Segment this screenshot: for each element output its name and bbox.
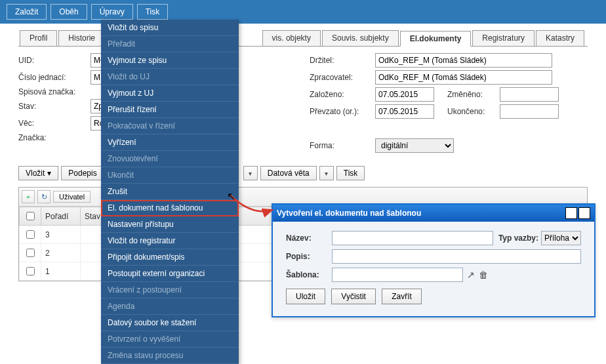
menu-item-10[interactable]: Zrušit xyxy=(101,184,239,200)
col-poradi[interactable]: Pořadí xyxy=(41,207,81,226)
tab-profil[interactable]: Profil xyxy=(20,30,57,46)
drzitel-label: Držitel: xyxy=(303,56,375,65)
menu-item-17: Agenda xyxy=(101,298,239,315)
menu-item-16: Vrácení z postoupení xyxy=(101,282,239,298)
menu-item-3: Vložit do UJ xyxy=(101,69,239,85)
menu-item-18[interactable]: Datový soubor ke stažení xyxy=(101,315,239,331)
menu-item-14[interactable]: Připojit dokument/spis xyxy=(101,249,239,266)
zpracovatel-field xyxy=(375,70,552,85)
row-check[interactable] xyxy=(26,230,35,239)
grid-add-icon[interactable]: + xyxy=(22,190,35,203)
nazev-field[interactable] xyxy=(332,231,493,245)
sablona-popout-icon[interactable]: ↗ xyxy=(467,270,475,280)
menu-item-2[interactable]: Vyjmout ze spisu xyxy=(101,52,239,69)
tab-vis-objekty[interactable]: vis. objekty xyxy=(262,30,321,46)
menu-item-5[interactable]: Přerušit řízení xyxy=(101,102,239,118)
podepis-button[interactable]: Podepis xyxy=(61,166,104,180)
small-action-2[interactable]: ▾ xyxy=(319,166,334,180)
prevzato-field xyxy=(375,104,434,119)
menu-item-13[interactable]: Vložit do registratur xyxy=(101,233,239,249)
typ-label: Typ vazby: xyxy=(498,233,538,243)
chevron-down-icon: ▾ xyxy=(47,169,51,178)
dialog-vycistit-button[interactable]: Vyčistit xyxy=(331,289,376,304)
dialog-popout-icon[interactable]: ↗ xyxy=(565,207,577,219)
menu-item-11[interactable]: El. dokument nad šablonou xyxy=(101,200,239,216)
toolbar-upravy[interactable]: Úpravy xyxy=(91,4,133,20)
cislojed-label: Číslo jednací: xyxy=(18,73,91,82)
tab-souvis-subjekty[interactable]: Souvis. subjekty xyxy=(322,30,399,46)
toolbar-zalozit[interactable]: Založit xyxy=(7,4,47,20)
sablona-label: Šablona: xyxy=(286,270,332,279)
vec-label: Věc: xyxy=(18,119,91,128)
toolbar-tisk[interactable]: Tisk xyxy=(137,4,169,20)
grid-refresh-icon[interactable]: ↻ xyxy=(37,190,51,203)
cell-poradi: 3 xyxy=(41,226,81,244)
menu-item-7[interactable]: Vyřízení xyxy=(101,134,239,151)
ukonceno-label: Ukončeno: xyxy=(447,107,500,116)
menu-item-19: Potvrzení o vyvěšení xyxy=(101,331,239,348)
upravy-dropdown: Vložit do spisuPřeřaditVyjmout ze spisuV… xyxy=(101,20,239,364)
tab-registratury[interactable]: Registratury xyxy=(472,30,535,46)
small-action-1[interactable]: ▾ xyxy=(243,166,258,180)
zmeneno-label: Změněno: xyxy=(447,90,500,99)
tab-historie[interactable]: Historie xyxy=(58,30,105,46)
uid-label: UID: xyxy=(18,56,91,65)
toolbar-obeh[interactable]: Oběh xyxy=(51,4,87,20)
dialog-close-icon[interactable]: ✕ xyxy=(578,207,590,219)
row-check[interactable] xyxy=(26,249,35,257)
menu-item-12[interactable]: Nastavení přístupu xyxy=(101,216,239,233)
prevzato-label: Převzato (or.): xyxy=(303,107,375,116)
cell-poradi: 2 xyxy=(41,244,81,262)
forma-label: Forma: xyxy=(303,141,375,150)
stav-label: Stav: xyxy=(18,102,91,111)
create-eldoc-dialog: Vytvoření el. dokumentu nad šablonou ↗ ✕… xyxy=(272,203,596,317)
menu-item-1: Přeřadit xyxy=(101,36,239,52)
forma-select[interactable]: digitální xyxy=(375,138,454,153)
tab-eldokumenty[interactable]: El.dokumenty xyxy=(400,31,472,47)
sablona-field[interactable] xyxy=(332,268,463,282)
drzitel-field xyxy=(375,53,552,68)
datova-veta-button[interactable]: Datová věta xyxy=(260,166,317,180)
dialog-ulozit-button[interactable]: Uložit xyxy=(286,289,325,304)
mouse-cursor-icon: ↖ xyxy=(227,190,235,203)
zalozeno-field xyxy=(375,87,434,102)
menu-item-9: Ukončit xyxy=(101,167,239,184)
tab-katastry[interactable]: Katastry xyxy=(536,30,584,46)
typ-select[interactable]: Příloha xyxy=(541,231,581,245)
grid-uzivatel-button[interactable]: Uživatel xyxy=(53,191,91,203)
ukonceno-field xyxy=(500,104,559,119)
zpracovatel-label: Zpracovatel: xyxy=(303,73,375,82)
cell-poradi: 1 xyxy=(41,262,81,281)
vlozit-button[interactable]: Vložit▾ xyxy=(18,166,58,180)
nazev-label: Název: xyxy=(286,233,332,243)
zmeneno-field xyxy=(500,87,559,102)
menu-item-8: Znovuotevření xyxy=(101,151,239,167)
menu-item-6: Pokračovat v řízení xyxy=(101,118,239,134)
menu-item-20: Změna stavu procesu xyxy=(101,348,239,364)
popis-label: Popis: xyxy=(286,252,332,261)
row-check[interactable] xyxy=(26,267,35,275)
sablona-delete-icon[interactable]: 🗑 xyxy=(479,270,488,280)
dialog-title: Vytvoření el. dokumentu nad šablonou xyxy=(277,209,421,218)
popis-field[interactable] xyxy=(332,249,581,264)
grid-checkall[interactable] xyxy=(26,212,35,220)
znacka-label: Značka: xyxy=(18,133,91,142)
menu-item-0[interactable]: Vložit do spisu xyxy=(101,20,239,36)
tisk-button[interactable]: Tisk xyxy=(336,166,365,180)
spisova-label: Spisová značka: xyxy=(18,87,91,96)
dialog-zavrit-button[interactable]: Zavřít xyxy=(382,289,422,304)
zalozeno-label: Založeno: xyxy=(303,90,375,99)
menu-item-4[interactable]: Vyjmout z UJ xyxy=(101,85,239,102)
menu-item-15[interactable]: Postoupit externí organizaci xyxy=(101,266,239,282)
